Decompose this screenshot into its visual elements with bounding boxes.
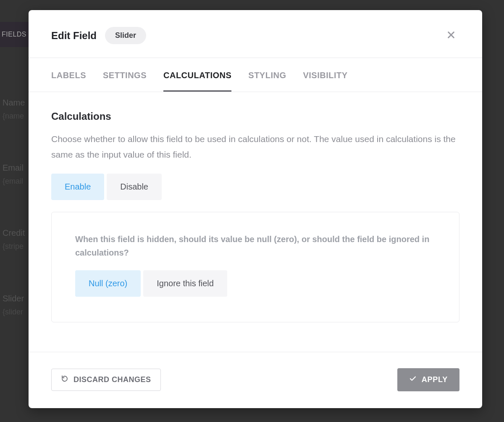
list-item[interactable]: Email {email — [3, 162, 25, 187]
modal-footer: DISCARD CHANGES APPLY — [29, 352, 482, 408]
field-label: Name — [3, 98, 25, 107]
disable-button[interactable]: Disable — [107, 174, 162, 200]
section-heading: Calculations — [51, 111, 459, 122]
list-item[interactable]: Credit {stripe — [3, 227, 25, 252]
field-type-chip: Slider — [105, 27, 146, 44]
sidebar-tab-label: FIELDS — [2, 31, 26, 38]
field-tag: {email — [3, 176, 25, 187]
sidebar-tab-fields[interactable]: FIELDS — [0, 22, 29, 47]
close-icon — [446, 30, 456, 41]
tab-settings[interactable]: SETTINGS — [103, 58, 147, 92]
ignore-field-button[interactable]: Ignore this field — [143, 270, 227, 297]
field-tag: {slider — [3, 307, 25, 317]
tab-labels[interactable]: LABELS — [51, 58, 86, 92]
edit-field-modal: Edit Field Slider LABELS SETTINGS CALCUL… — [29, 10, 482, 408]
modal-tabs: LABELS SETTINGS CALCULATIONS STYLING VIS… — [29, 58, 482, 92]
check-icon — [409, 375, 417, 385]
apply-label: APPLY — [422, 375, 448, 384]
discard-changes-button[interactable]: DISCARD CHANGES — [51, 369, 161, 391]
discard-label: DISCARD CHANGES — [74, 375, 151, 384]
null-zero-button[interactable]: Null (zero) — [75, 270, 141, 297]
enable-button[interactable]: Enable — [51, 174, 104, 200]
field-label: Email — [3, 163, 24, 172]
tab-visibility[interactable]: VISIBILITY — [303, 58, 347, 92]
tab-styling[interactable]: STYLING — [248, 58, 286, 92]
modal-body: Calculations Choose whether to allow thi… — [29, 92, 482, 352]
list-item[interactable]: Slider {slider — [3, 293, 25, 317]
tab-calculations[interactable]: CALCULATIONS — [163, 58, 231, 92]
section-description: Choose whether to allow this field to be… — [51, 132, 459, 163]
hidden-behavior-prompt: When this field is hidden, should its va… — [75, 232, 436, 259]
hidden-behavior-toggle: Null (zero) Ignore this field — [75, 270, 436, 297]
field-tag: {stripe — [3, 241, 25, 252]
undo-icon — [61, 375, 68, 385]
field-tag: {name — [3, 111, 25, 121]
field-label: Credit — [3, 228, 25, 237]
field-label: Slider — [3, 294, 24, 303]
hidden-behavior-panel: When this field is hidden, should its va… — [51, 212, 459, 322]
background-field-list: Name {name Email {email Credit {stripe S… — [3, 97, 25, 358]
modal-header: Edit Field Slider — [29, 10, 482, 58]
app-backdrop: FIELDS Name {name Email {email Credit {s… — [0, 0, 504, 422]
apply-button[interactable]: APPLY — [397, 368, 459, 391]
calculations-toggle: Enable Disable — [51, 174, 459, 200]
close-button[interactable] — [443, 27, 459, 44]
list-item[interactable]: Name {name — [3, 97, 25, 121]
modal-title: Edit Field — [51, 30, 97, 42]
